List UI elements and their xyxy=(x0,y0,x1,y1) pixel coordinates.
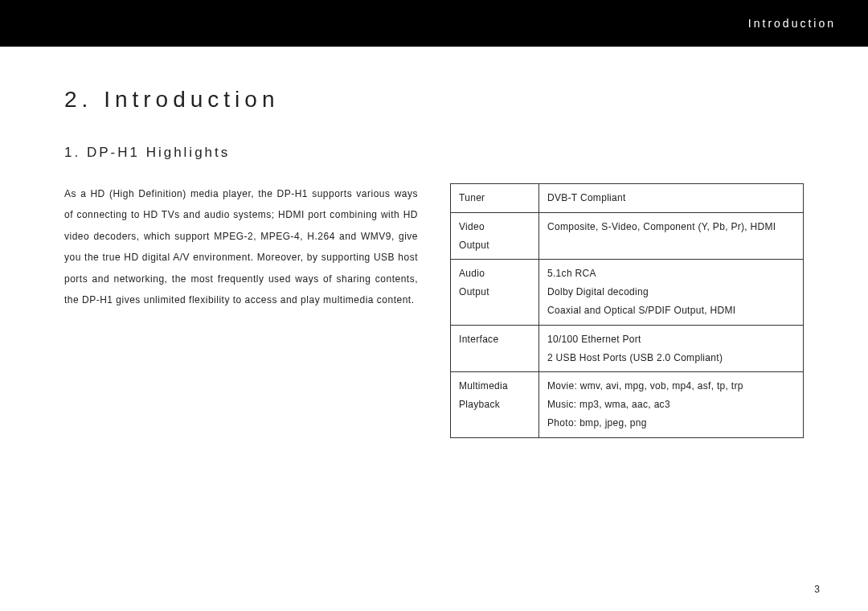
spec-value-line: Photo: bmp, jpeg, png xyxy=(547,414,795,433)
spec-label: AudioOutput xyxy=(451,260,539,325)
page-number: 3 xyxy=(814,584,820,595)
spec-value-line: Composite, S-Video, Component (Y, Pb, Pr… xyxy=(547,218,795,236)
table-row: AudioOutput5.1ch RCADolby Digital decodi… xyxy=(451,260,804,325)
page-content: 2. Introduction 1. DP-H1 Highlights As a… xyxy=(0,47,868,438)
subsection-title: 1. DP-H1 Highlights xyxy=(64,145,804,161)
table-row: TunerDVB-T Compliant xyxy=(451,184,804,213)
spec-value: 5.1ch RCADolby Digital decodingCoaxial a… xyxy=(539,260,804,325)
spec-label: Tuner xyxy=(451,184,539,213)
header-bar: Introduction xyxy=(0,0,868,47)
spec-label: MultimediaPlayback xyxy=(451,372,539,437)
spec-value: 10/100 Ethernet Port2 USB Host Ports (US… xyxy=(539,325,804,372)
table-row: Interface10/100 Ethernet Port2 USB Host … xyxy=(451,325,804,372)
spec-value-line: 2 USB Host Ports (USB 2.0 Compliant) xyxy=(547,349,795,367)
spec-value: Composite, S-Video, Component (Y, Pb, Pr… xyxy=(539,212,804,260)
spec-value: Movie: wmv, avi, mpg, vob, mp4, asf, tp,… xyxy=(539,372,804,437)
spec-value-line: Movie: wmv, avi, mpg, vob, mp4, asf, tp,… xyxy=(547,377,795,396)
two-column-layout: As a HD (High Definition) media player, … xyxy=(64,183,804,438)
spec-table-container: TunerDVB-T CompliantVideoOutputComposite… xyxy=(450,183,804,438)
spec-table-body: TunerDVB-T CompliantVideoOutputComposite… xyxy=(451,184,804,438)
body-paragraph: As a HD (High Definition) media player, … xyxy=(64,183,418,310)
spec-label: Interface xyxy=(451,325,539,372)
spec-value-line: Dolby Digital decoding xyxy=(547,283,795,301)
table-row: VideoOutputComposite, S-Video, Component… xyxy=(451,212,804,260)
spec-label-line: Output xyxy=(459,283,530,301)
spec-value-line: 5.1ch RCA xyxy=(547,264,795,283)
spec-table: TunerDVB-T CompliantVideoOutputComposite… xyxy=(450,183,804,438)
spec-label-line: Multimedia xyxy=(459,377,530,396)
spec-label-line: Output xyxy=(459,236,530,255)
spec-value: DVB-T Compliant xyxy=(539,184,804,213)
spec-label-line: Audio xyxy=(459,264,530,283)
table-row: MultimediaPlaybackMovie: wmv, avi, mpg, … xyxy=(451,372,804,437)
spec-value-line: DVB-T Compliant xyxy=(547,189,795,207)
spec-value-line: Coaxial and Optical S/PDIF Output, HDMI xyxy=(547,301,795,320)
spec-label-line: Video xyxy=(459,218,530,236)
spec-value-line: Music: mp3, wma, aac, ac3 xyxy=(547,396,795,414)
spec-label-line: Playback xyxy=(459,396,530,414)
spec-label: VideoOutput xyxy=(451,212,539,260)
chapter-title: 2. Introduction xyxy=(64,87,804,113)
spec-value-line: 10/100 Ethernet Port xyxy=(547,330,795,349)
header-label: Introduction xyxy=(748,17,836,30)
